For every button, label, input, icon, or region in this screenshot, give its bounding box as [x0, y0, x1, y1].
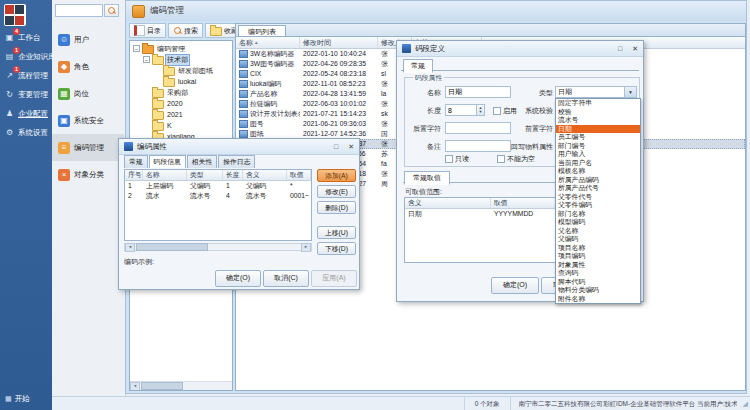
col-value[interactable]: 取值	[287, 170, 311, 180]
tree-node[interactable]: K	[130, 120, 232, 131]
sidebar-item[interactable]: ⚙ 系统设置	[0, 123, 52, 142]
tree-horizontal-scrollbar[interactable]: ◄	[130, 381, 232, 390]
apply-button[interactable]: 应用(A)	[311, 270, 357, 287]
dialog-tab[interactable]: 常规	[124, 155, 148, 168]
tab-general-values[interactable]: 常规取值	[404, 171, 450, 185]
tree-expander[interactable]: −	[143, 56, 150, 63]
sidebar-item[interactable]: ▤1 企业知识库	[0, 47, 52, 66]
type-option[interactable]: 附件名称	[556, 295, 640, 304]
type-option[interactable]: 项目编码	[556, 252, 640, 261]
tree-expander[interactable]: −	[133, 45, 140, 52]
type-option[interactable]: 部门编号	[556, 142, 640, 151]
col-type[interactable]: 类型	[187, 170, 223, 180]
module-item[interactable]: ◆ 角色	[52, 53, 124, 80]
tree-node[interactable]: 研发部图纸	[130, 65, 232, 76]
dialog-titlebar[interactable]: 码段定义 □ ✕	[397, 41, 643, 57]
column-header-modified-time[interactable]: 修改时间	[300, 37, 378, 48]
type-option[interactable]: 所属产品编码	[556, 176, 640, 185]
start-button[interactable]: ▦ 开始	[0, 391, 57, 407]
scrollbar-thumb[interactable]	[141, 382, 183, 390]
dialog-side-button[interactable]: 删除(D)	[317, 201, 356, 214]
dialog-side-button[interactable]: 下移(D)	[317, 242, 356, 255]
cancel-button[interactable]: 取消(C)	[263, 270, 309, 287]
type-option[interactable]: 父零件编码	[556, 201, 640, 210]
notnull-checkbox-row[interactable]: 不能为空	[497, 154, 535, 164]
module-item[interactable]: ≡ 编码管理	[52, 134, 124, 161]
col-name[interactable]: 名称	[143, 170, 187, 180]
column-header-name[interactable]: 名称▴	[236, 37, 300, 48]
table-row[interactable]: 1 上层编码 父编码 1 父编码 *	[125, 181, 311, 191]
sidebar-item[interactable]: ▣4 工作台	[0, 28, 52, 47]
tree-node[interactable]: 采购部	[130, 87, 232, 98]
module-item[interactable]: ▣ 系统安全	[52, 107, 124, 134]
scroll-left-icon[interactable]: ◄	[125, 243, 135, 252]
ok-button[interactable]: 确定(O)	[491, 277, 539, 294]
type-option[interactable]: 对象属性	[556, 261, 640, 270]
type-option[interactable]: 父编码	[556, 235, 640, 244]
notnull-checkbox[interactable]	[497, 155, 505, 163]
length-field[interactable]	[446, 105, 476, 115]
type-option[interactable]: 用户输入	[556, 150, 640, 159]
type-option[interactable]: 项目名称	[556, 244, 640, 253]
type-option[interactable]: 流水号	[556, 116, 640, 125]
type-combobox[interactable]: 日期 ▼	[555, 86, 637, 98]
note-field[interactable]	[445, 140, 511, 152]
module-item[interactable]: × 对象分类	[52, 161, 124, 188]
maximize-icon[interactable]: □	[334, 143, 338, 150]
dialog-tab[interactable]: 相关性	[187, 155, 217, 168]
sidebar-item[interactable]: ♟ 企业配置	[0, 104, 52, 123]
type-option[interactable]: 当前用户名	[556, 159, 640, 168]
dialog-titlebar[interactable]: 编码属性 □ ✕	[119, 139, 359, 155]
type-option[interactable]: 模型编码	[556, 218, 640, 227]
name-field[interactable]	[445, 86, 511, 98]
dialog-tab[interactable]: 操作日志	[218, 155, 255, 168]
table-horizontal-scrollbar[interactable]: ◄ ►	[124, 243, 312, 251]
readonly-checkbox-row[interactable]: 只读	[445, 154, 469, 164]
type-option[interactable]: 物料分类编码	[556, 286, 640, 295]
tree-node[interactable]: − 编码管理	[130, 43, 232, 54]
close-icon[interactable]: ✕	[348, 143, 354, 151]
resize-grip-icon[interactable]: ◢	[743, 400, 748, 408]
maximize-icon[interactable]: □	[618, 45, 622, 52]
type-option[interactable]: 脚本代码	[556, 278, 640, 287]
type-option[interactable]: 员工编号	[556, 133, 640, 142]
module-item[interactable]: ▦ 岗位	[52, 80, 124, 107]
type-option[interactable]: 日期	[556, 125, 640, 134]
close-icon[interactable]: ✕	[632, 45, 638, 53]
type-option[interactable]: 校验	[556, 108, 640, 117]
scrollbar-thumb[interactable]	[136, 243, 208, 251]
toolbar-search-button[interactable]: 搜索	[168, 23, 203, 38]
ok-button[interactable]: 确定(O)	[215, 270, 261, 287]
scroll-left-icon[interactable]: ◄	[130, 382, 140, 391]
sidebar-item[interactable]: ↗1 流程管理	[0, 66, 52, 85]
length-stepper[interactable]: ▲▼	[445, 104, 485, 116]
table-row[interactable]: 2 流水 流水号 4 流水号 0001~	[125, 191, 311, 201]
tab-general[interactable]: 常规	[403, 59, 433, 73]
spinner-arrows-icon[interactable]: ▲▼	[476, 105, 484, 115]
tree-node[interactable]: 2021	[130, 109, 232, 120]
type-option[interactable]: 父名称	[556, 227, 640, 236]
type-option[interactable]: 所属产品代号	[556, 184, 640, 193]
sidebar-item[interactable]: ↻ 变更管理	[0, 85, 52, 104]
readonly-checkbox[interactable]	[445, 155, 453, 163]
search-input[interactable]	[55, 4, 103, 17]
dialog-side-button[interactable]: 上移(U)	[317, 226, 356, 239]
tree-node[interactable]: − 技术部	[130, 54, 232, 65]
toolbar-directory-button[interactable]: 目录	[129, 23, 166, 38]
type-option[interactable]: 查询码	[556, 269, 640, 278]
search-button[interactable]	[104, 4, 119, 17]
col-no[interactable]: 序号	[125, 170, 143, 180]
enable-checkbox[interactable]	[493, 107, 501, 115]
tree-node[interactable]: luokai	[130, 76, 232, 87]
col-meaning[interactable]: 含义	[405, 198, 491, 208]
type-option[interactable]: 父零件代号	[556, 193, 640, 202]
type-option[interactable]: 固定字符串	[556, 99, 640, 108]
dialog-side-button[interactable]: 添加(A)	[317, 169, 356, 182]
type-option[interactable]: 模板名称	[556, 167, 640, 176]
type-option[interactable]: 部门名称	[556, 210, 640, 219]
col-meaning[interactable]: 含义	[243, 170, 287, 180]
suffix-field[interactable]	[445, 122, 511, 134]
scroll-right-icon[interactable]: ►	[301, 243, 311, 252]
chevron-down-icon[interactable]: ▼	[624, 87, 636, 97]
tree-node[interactable]: 2020	[130, 98, 232, 109]
